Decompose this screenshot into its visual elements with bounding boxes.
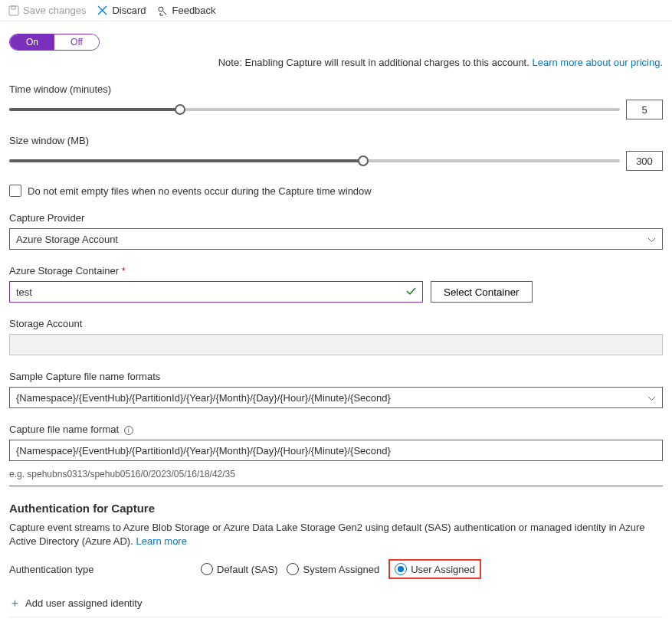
feedback-button[interactable]: Feedback [156,5,215,16]
toggle-on[interactable]: On [10,34,54,50]
slider-thumb[interactable] [175,104,185,115]
radio-system-assigned[interactable]: System Assigned [287,563,379,575]
chevron-down-icon [647,234,656,245]
feedback-label: Feedback [172,5,215,16]
sample-formats-label: Sample Capture file name formats [9,371,663,382]
emit-empty-label: Do not emit empty files when no events o… [28,185,372,197]
auth-learn-more-link[interactable]: Learn more [136,535,186,547]
radio-label: Default (SAS) [217,564,277,575]
save-icon [8,5,19,16]
auth-section-title: Authentication for Capture [9,502,663,515]
feedback-icon [156,5,168,16]
note-text: Note: Enabling Capture will result in ad… [218,57,533,68]
capture-provider-dropdown[interactable]: Azure Storage Account [9,228,663,250]
capture-provider-value: Azure Storage Account [16,234,118,245]
time-window-slider[interactable] [9,102,620,117]
sample-formats-dropdown[interactable]: {Namespace}/{EventHub}/{PartitionId}/{Ye… [9,387,663,408]
file-format-value: {Namespace}/{EventHub}/{PartitionId}/{Ye… [16,445,391,456]
size-window-value[interactable]: 300 [626,151,663,171]
close-icon [97,5,108,16]
info-icon[interactable]: i [124,426,133,435]
auth-description: Capture event streams to Azure Blob Stor… [9,521,663,548]
size-window-slider[interactable] [9,153,620,169]
svg-rect-1 [11,6,15,9]
file-format-example: e.g. spehubns0313/spehub0516/0/2023/05/1… [9,469,663,479]
radio-label: User Assigned [411,564,475,575]
svg-point-2 [159,7,163,11]
radio-user-assigned[interactable]: User Assigned [395,563,475,575]
chevron-down-icon [647,392,656,404]
auth-type-radio-group: Default (SAS) System Assigned User Assig… [201,559,481,579]
radio-label: System Assigned [303,564,379,575]
auth-type-label: Authentication type [9,564,201,575]
capture-toggle[interactable]: On Off [9,34,100,51]
pricing-link[interactable]: Learn more about our pricing. [532,57,663,68]
emit-empty-checkbox[interactable] [9,185,21,197]
time-window-label: Time window (minutes) [9,83,663,95]
checkmark-icon [406,286,416,298]
radio-default-sas[interactable]: Default (SAS) [201,563,277,575]
highlight-box: User Assigned [388,559,481,579]
svg-rect-0 [9,6,18,15]
identity-table-header: UAI Name Resource Group Subscription [9,617,663,625]
time-window-value[interactable]: 5 [626,100,663,119]
storage-container-label: Azure Storage Container * [9,265,663,277]
storage-container-input[interactable]: test [9,281,423,303]
storage-account-input [9,334,663,355]
save-button: Save changes [8,5,86,16]
add-user-identity-button[interactable]: ＋ Add user assigned identity [9,596,663,617]
plus-icon: ＋ [9,596,21,610]
sample-formats-value: {Namespace}/{EventHub}/{PartitionId}/{Ye… [16,392,391,404]
file-format-input[interactable]: {Namespace}/{EventHub}/{PartitionId}/{Ye… [9,440,663,461]
discard-button[interactable]: Discard [97,5,146,16]
slider-thumb[interactable] [358,155,369,166]
file-format-label: Capture file name format i [9,424,663,435]
pricing-note: Note: Enabling Capture will result in ad… [9,57,663,68]
select-container-button[interactable]: Select Container [431,281,533,303]
toolbar: Save changes Discard Feedback [0,0,672,21]
divider [9,486,663,486]
toggle-off[interactable]: Off [54,34,99,50]
add-user-label: Add user assigned identity [25,597,142,609]
size-window-label: Size window (MB) [9,135,663,146]
storage-container-value: test [16,286,32,298]
discard-label: Discard [112,5,146,16]
capture-provider-label: Capture Provider [9,212,663,224]
save-label: Save changes [23,5,86,16]
storage-account-label: Storage Account [9,318,663,329]
